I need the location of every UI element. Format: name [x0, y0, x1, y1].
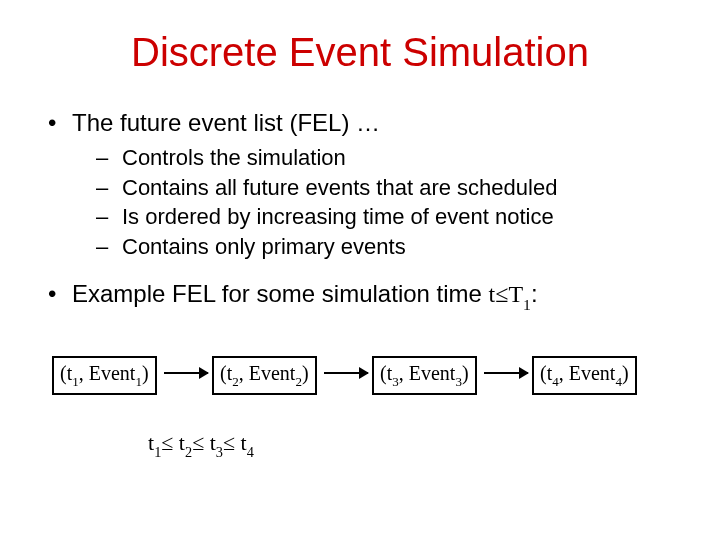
fel-diagram: (t1, Event1) (t2, Event2) (t3, Event3) (… [48, 356, 672, 426]
ordering-constraint: t1≤ t2≤ t3≤ t4 [148, 430, 672, 459]
dash-icon: – [96, 173, 122, 203]
bullet-icon: • [48, 109, 72, 137]
fel-node: (t4, Event4) [532, 356, 637, 395]
dash-icon: – [96, 143, 122, 173]
sub-bullet: – Is ordered by increasing time of event… [96, 202, 672, 232]
arrow-icon [484, 372, 528, 374]
sub-bullet-text: Contains all future events that are sche… [122, 173, 557, 203]
sub-bullet: – Contains all future events that are sc… [96, 173, 672, 203]
bullet-example-text: Example FEL for some simulation time t≤T… [72, 280, 538, 312]
arrow-icon [164, 372, 208, 374]
sub-bullet-list: – Controls the simulation – Contains all… [96, 143, 672, 262]
bullet-main: • The future event list (FEL) … [48, 109, 672, 137]
fel-node: (t2, Event2) [212, 356, 317, 395]
sub-bullet-text: Is ordered by increasing time of event n… [122, 202, 554, 232]
bullet-example: • Example FEL for some simulation time t… [48, 280, 672, 312]
fel-node: (t3, Event3) [372, 356, 477, 395]
dash-icon: – [96, 202, 122, 232]
bullet-icon: • [48, 280, 72, 308]
sub-bullet-text: Contains only primary events [122, 232, 406, 262]
arrow-icon [324, 372, 368, 374]
bullet-main-text: The future event list (FEL) … [72, 109, 380, 137]
slide-title: Discrete Event Simulation [0, 0, 720, 95]
dash-icon: – [96, 232, 122, 262]
fel-node: (t1, Event1) [52, 356, 157, 395]
sub-bullet: – Controls the simulation [96, 143, 672, 173]
sub-bullet: – Contains only primary events [96, 232, 672, 262]
slide-body: • The future event list (FEL) … – Contro… [0, 109, 720, 459]
sub-bullet-text: Controls the simulation [122, 143, 346, 173]
